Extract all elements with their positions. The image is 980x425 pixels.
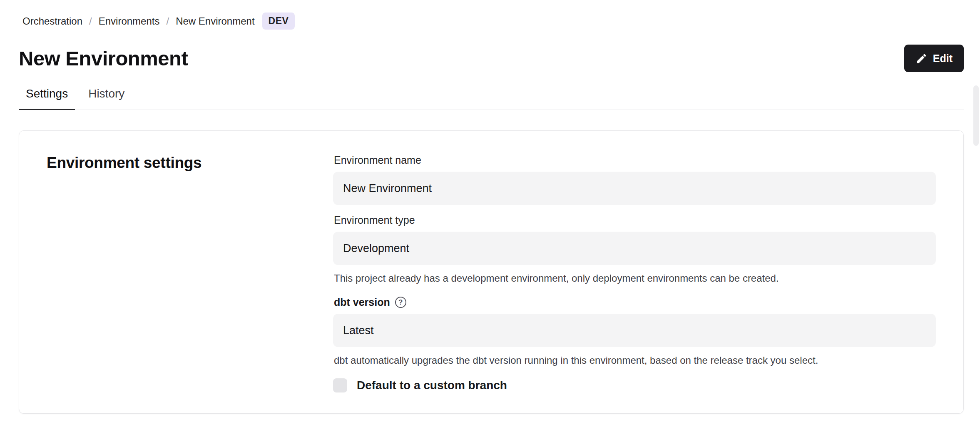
environment-type-label: Environment type bbox=[334, 214, 936, 226]
tab-history[interactable]: History bbox=[81, 83, 132, 110]
environment-name-label-text: Environment name bbox=[334, 154, 421, 166]
environment-type-helper-text: This project already has a development e… bbox=[334, 272, 936, 285]
help-icon[interactable]: ? bbox=[395, 297, 406, 308]
dbt-version-input[interactable]: Latest bbox=[333, 314, 936, 347]
environment-settings-card: Environment settings Environment name Ne… bbox=[19, 130, 964, 414]
breadcrumb-item-environments[interactable]: Environments bbox=[99, 15, 160, 27]
page: Orchestration / Environments / New Envir… bbox=[0, 0, 980, 414]
tab-settings[interactable]: Settings bbox=[19, 83, 75, 110]
dbt-version-label: dbt version ? bbox=[334, 296, 936, 308]
breadcrumb-separator: / bbox=[166, 15, 169, 27]
breadcrumb-separator: / bbox=[89, 15, 92, 27]
custom-branch-row: Default to a custom branch bbox=[333, 378, 936, 392]
edit-button-label: Edit bbox=[933, 52, 953, 65]
dbt-version-value: Latest bbox=[343, 324, 374, 337]
edit-button[interactable]: Edit bbox=[904, 45, 964, 72]
environment-type-label-text: Environment type bbox=[334, 214, 415, 226]
tab-bar: Settings History bbox=[19, 83, 964, 110]
custom-branch-label: Default to a custom branch bbox=[357, 379, 507, 392]
environment-name-value: New Environment bbox=[343, 182, 432, 195]
environment-name-label: Environment name bbox=[334, 154, 936, 166]
environment-type-value: Development bbox=[343, 242, 409, 255]
environment-dev-badge: DEV bbox=[262, 12, 295, 30]
pencil-icon bbox=[915, 52, 928, 65]
page-header: New Environment Edit bbox=[19, 45, 964, 72]
scrollbar-thumb[interactable] bbox=[973, 85, 979, 146]
breadcrumb-item-new-environment: New Environment bbox=[176, 15, 254, 27]
card-heading: Environment settings bbox=[47, 154, 333, 172]
page-title: New Environment bbox=[19, 47, 188, 70]
environment-type-input[interactable]: Development bbox=[333, 232, 936, 265]
dbt-version-label-text: dbt version bbox=[334, 296, 390, 308]
breadcrumb-item-orchestration[interactable]: Orchestration bbox=[22, 15, 82, 27]
card-heading-column: Environment settings bbox=[47, 154, 333, 392]
environment-name-input[interactable]: New Environment bbox=[333, 172, 936, 205]
environment-settings-form: Environment name New Environment Environ… bbox=[333, 154, 936, 392]
dbt-version-helper-text: dbt automatically upgrades the dbt versi… bbox=[334, 354, 936, 367]
breadcrumb: Orchestration / Environments / New Envir… bbox=[22, 12, 964, 30]
custom-branch-checkbox[interactable] bbox=[333, 378, 347, 392]
